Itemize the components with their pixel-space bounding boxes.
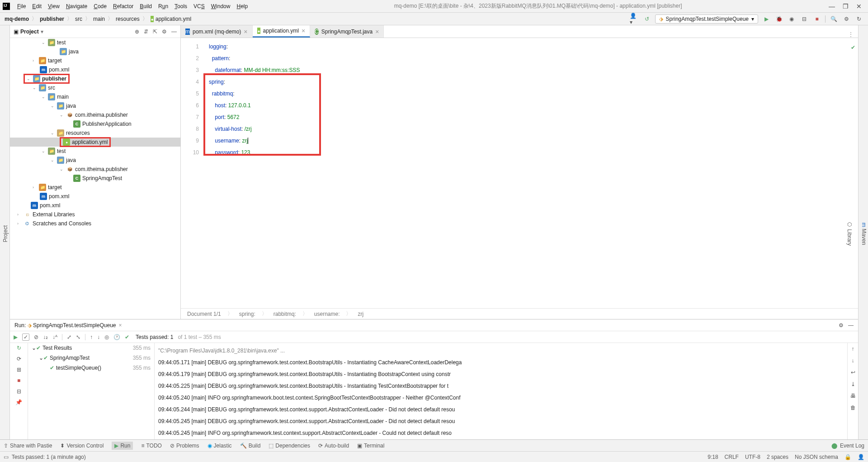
history-icon[interactable]: 🕐 [113, 334, 120, 340]
pin-icon[interactable]: 📌 [15, 399, 22, 405]
problems-tool[interactable]: ⊘ Problems [170, 443, 199, 449]
hide-icon[interactable]: — [171, 29, 177, 35]
deps-tool[interactable]: ⬚ Dependencies [269, 443, 310, 449]
autobuild-tool[interactable]: ⟳ Auto-build [318, 443, 349, 449]
maximize-icon[interactable]: ❐ [839, 3, 852, 10]
settings-icon[interactable]: ⚙ [842, 14, 851, 24]
search-icon[interactable]: 🔍 [829, 14, 838, 24]
layout-icon[interactable]: ⊟ [17, 388, 21, 395]
menu-refactor[interactable]: Refactor [110, 2, 136, 10]
select-opened-icon[interactable]: ⊕ [135, 29, 139, 35]
code-editor[interactable]: ✔ 12345678910 logging: pattern: dateform… [181, 38, 858, 308]
sort-abc-icon[interactable]: ↓ᴬ [52, 334, 57, 340]
caret-pos[interactable]: 9:18 [708, 454, 718, 460]
schema[interactable]: No JSON schema [795, 454, 838, 460]
expand-icon[interactable]: ⤢ [67, 334, 71, 340]
jelastic-tool[interactable]: ◉ Jelastic [208, 443, 232, 449]
pastie-tool[interactable]: ⇪ Share with Pastie [4, 443, 52, 449]
collapse-icon[interactable]: ⤡ [76, 334, 80, 340]
run-config-selector[interactable]: ⬗ SpringAmqpTest.testSimpleQueue ▾ [655, 14, 758, 24]
close-icon[interactable]: × [375, 28, 379, 35]
scroll-end-icon[interactable]: ⤓ [851, 381, 855, 387]
prev-icon[interactable]: ↑ [90, 334, 93, 340]
close-icon[interactable]: × [118, 322, 122, 329]
tab-application-yml[interactable]: ⬥application.yml× [253, 25, 311, 38]
maven-tool-tab[interactable]: m Maven [860, 221, 868, 247]
print-icon[interactable]: 🖶 [850, 393, 856, 399]
toggle-auto-icon[interactable]: ✓ [22, 333, 29, 341]
menu-help[interactable]: Help [234, 2, 250, 10]
stop-icon[interactable]: ■ [812, 14, 821, 24]
menu-code[interactable]: Code [91, 2, 109, 10]
stop-tests-icon[interactable]: ⊘ [34, 334, 38, 340]
event-log[interactable]: Event Log [840, 443, 864, 449]
crumb-root[interactable]: mq-demo [5, 16, 29, 22]
scroll-down-icon[interactable]: ↓ [852, 357, 854, 364]
status-message: Tests passed: 1 (a minute ago) [12, 454, 86, 460]
menu-edit[interactable]: Edit [29, 2, 44, 10]
run-config-label: SpringAmqpTest.testSimpleQueue [666, 16, 749, 22]
soft-wrap-icon[interactable]: ↩ [851, 369, 855, 376]
line-sep[interactable]: CRLF [725, 454, 739, 460]
minimize-icon[interactable]: — [826, 3, 838, 10]
crumb-file[interactable]: application.yml [156, 16, 191, 22]
lock-icon[interactable]: 🔒 [844, 454, 851, 460]
project-tree[interactable]: ⌄📁test 📁java ›📁target mpom.xml ⌄📁publish… [10, 38, 180, 319]
tab-pom[interactable]: mpom.xml (mq-demo)× [181, 25, 253, 38]
sort-icon[interactable]: ↓₂ [43, 334, 48, 340]
menu-navigate[interactable]: Navigate [63, 2, 90, 10]
project-tool-tab[interactable]: Project [1, 224, 9, 244]
build-tool[interactable]: 🔨 Build [240, 443, 261, 449]
crumb-main[interactable]: main [93, 16, 105, 22]
rerun-icon[interactable]: ▶ [14, 334, 18, 340]
menu-tools[interactable]: Tools [172, 2, 190, 10]
rerun-icon[interactable]: ↻ [17, 345, 21, 351]
close-icon[interactable]: × [244, 28, 247, 35]
collapse-all-icon[interactable]: ⇱ [153, 29, 157, 35]
close-icon[interactable]: ✕ [853, 3, 865, 10]
clear-icon[interactable]: 🗑 [850, 405, 856, 411]
menu-build[interactable]: Build [137, 2, 155, 10]
terminal-tool[interactable]: ▣ Terminal [357, 443, 384, 449]
debug-icon[interactable]: 🐞 [774, 14, 783, 24]
stop-icon[interactable]: ■ [17, 377, 20, 384]
menu-run[interactable]: Run [156, 2, 171, 10]
rerun-failed-icon[interactable]: ⟳ [17, 356, 21, 362]
navigation-bar: mq-demo〉 publisher〉 src〉 main〉 resources… [0, 13, 868, 25]
update-icon[interactable]: ↻ [854, 14, 863, 24]
encoding[interactable]: UTF-8 [745, 454, 760, 460]
console-output[interactable]: "C:\Program Files\Java\jdk1.8.0_281\bin\… [155, 343, 847, 439]
tabs-more-icon[interactable]: ⋮ [844, 31, 858, 38]
close-icon[interactable]: × [302, 27, 305, 34]
tree-settings-icon[interactable]: ⚙ [162, 29, 167, 35]
user-icon[interactable]: 👤▾ [630, 14, 639, 24]
menu-view[interactable]: View [45, 2, 62, 10]
vcs-tool[interactable]: ⬍ Version Control [60, 443, 104, 449]
run-icon[interactable]: ▶ [762, 14, 771, 24]
todo-tool[interactable]: ≡ TODO [141, 443, 161, 449]
expand-all-icon[interactable]: ⇵ [144, 29, 148, 35]
bottom-tool-strip: ⇪ Share with Pastie ⬍ Version Control ▶ … [0, 439, 868, 451]
left-tool-strip: Project Structure Bookmarks [0, 25, 10, 439]
crumb-publisher[interactable]: publisher [40, 16, 64, 22]
hide-icon[interactable]: — [848, 322, 854, 329]
test-tree[interactable]: ⌄✔Test Results355 ms ⌄✔SpringAmqpTest355… [28, 343, 155, 439]
crumb-resources[interactable]: resources [116, 16, 140, 22]
run-settings-icon[interactable]: ⚙ [839, 322, 844, 329]
auto-test-icon[interactable]: ⊞ [17, 367, 21, 373]
sync-icon[interactable]: ↺ [642, 14, 651, 24]
scroll-up-icon[interactable]: ↑ [852, 346, 854, 352]
coverage-icon[interactable]: ◉ [787, 14, 796, 24]
export-icon[interactable]: ◎ [104, 334, 109, 340]
menu-file[interactable]: File [14, 2, 28, 10]
inspector-icon[interactable]: 👤 [858, 454, 864, 460]
indent[interactable]: 2 spaces [767, 454, 788, 460]
crumb-src[interactable]: src [75, 16, 82, 22]
window-title: mq-demo [E:\联的桌面\bite - 杂\4、2023新版Rabbit… [251, 2, 825, 10]
run-tool[interactable]: ▶ Run [112, 442, 133, 450]
tab-spring-amqp-test[interactable]: CSpringAmqpTest.java× [310, 25, 384, 38]
menu-vcs[interactable]: VCS [191, 2, 208, 10]
profile-icon[interactable]: ⊟ [800, 14, 809, 24]
next-icon[interactable]: ↓ [97, 334, 100, 340]
menu-window[interactable]: Window [208, 2, 233, 10]
